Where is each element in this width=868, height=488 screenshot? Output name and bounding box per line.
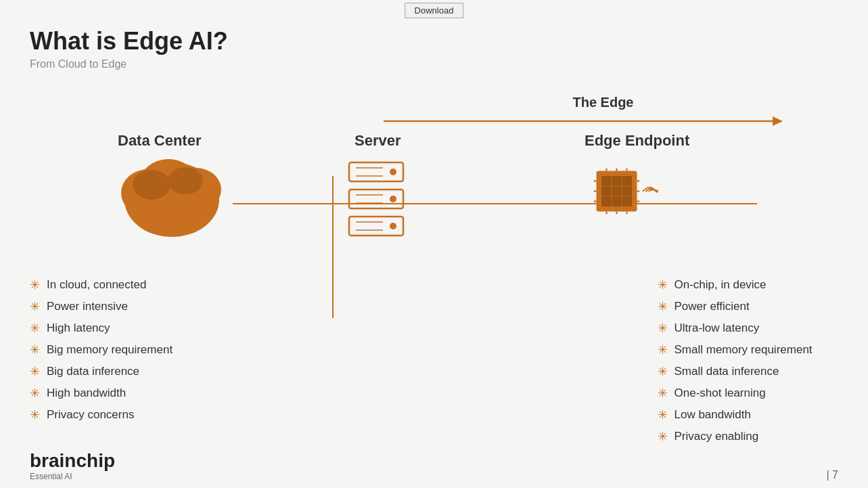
svg-point-40 [656, 190, 659, 193]
bullet-star: ✳ [30, 299, 40, 314]
list-item: ✳One-shot learning [658, 386, 839, 401]
list-item: ✳Privacy concerns [30, 407, 211, 422]
bullet-star: ✳ [658, 321, 668, 336]
footer: brainchip Essential AI | 7 [30, 450, 838, 481]
bullet-star: ✳ [658, 364, 668, 379]
edge-label-area: The Edge [327, 95, 838, 129]
list-item: ✳Small memory requirement [658, 342, 839, 357]
bullet-text: Ultra-low latency [675, 321, 760, 335]
bullet-text: On-chip, in device [675, 278, 767, 292]
svg-marker-1 [773, 116, 783, 126]
brand-tagline: Essential AI [30, 472, 115, 481]
bullet-text: High latency [47, 321, 110, 335]
bullet-star: ✳ [658, 342, 668, 357]
list-item: ✳Low bandwidth [658, 407, 839, 422]
bullet-text: Small data inference [675, 365, 779, 378]
icons-row [30, 152, 838, 261]
bullet-star: ✳ [658, 429, 668, 444]
list-item: ✳Privacy enabling [658, 429, 839, 444]
list-item: ✳Power intensive [30, 299, 211, 314]
bullet-text: Small memory requirement [675, 343, 813, 357]
svg-point-19 [390, 223, 396, 229]
edge-title: The Edge [572, 95, 633, 110]
bullet-text: Low bandwidth [675, 408, 751, 422]
svg-point-15 [390, 196, 396, 202]
brand-name: brainchip [30, 450, 115, 472]
list-item: ✳Ultra-low latency [658, 321, 839, 336]
bullet-text: Power intensive [47, 300, 128, 313]
edge-endpoint-label: Edge Endpoint [585, 132, 689, 150]
bullet-star: ✳ [30, 321, 40, 336]
bullet-text: Big data inference [47, 365, 139, 378]
svg-point-8 [133, 170, 170, 200]
chip-icon [591, 156, 672, 240]
server-label: Server [355, 132, 401, 150]
diagram: The Edge Data Center Server Edge Endpoin… [30, 95, 838, 434]
bullet-text: High bandwidth [47, 386, 126, 400]
main-title: What is Edge AI? [30, 27, 228, 56]
bullet-star: ✳ [30, 407, 40, 422]
bullet-star: ✳ [658, 278, 668, 292]
lists-container: ✳In cloud, connected✳Power intensive✳Hig… [30, 278, 838, 451]
list-item: ✳Small data inference [658, 364, 839, 379]
bullet-text: Privacy enabling [675, 430, 759, 443]
page-number: | 7 [827, 469, 839, 481]
list-item: ✳High bandwidth [30, 386, 211, 401]
bullet-star: ✳ [30, 386, 40, 401]
list-item: ✳Big memory requirement [30, 342, 211, 357]
brainchip-logo: brainchip Essential AI [30, 450, 115, 481]
bullet-star: ✳ [30, 278, 40, 292]
svg-point-9 [168, 167, 203, 194]
cloud-icon [118, 152, 226, 243]
bullet-star: ✳ [30, 364, 40, 379]
bullet-star: ✳ [30, 342, 40, 357]
list-item: ✳High latency [30, 321, 211, 336]
bullet-text: Privacy concerns [47, 408, 134, 422]
bullet-text: One-shot learning [675, 386, 766, 400]
connect-line [233, 203, 757, 204]
svg-rect-23 [601, 176, 632, 206]
subtitle: From Cloud to Edge [30, 58, 228, 70]
left-bullet-list: ✳In cloud, connected✳Power intensive✳Hig… [30, 278, 211, 451]
bullet-text: Power efficient [675, 300, 750, 313]
datacenter-label: Data Center [118, 132, 201, 150]
server-icon [342, 159, 417, 250]
title-area: What is Edge AI? From Cloud to Edge [30, 27, 228, 70]
list-item: ✳In cloud, connected [30, 278, 211, 292]
bullet-text: Big memory requirement [47, 343, 173, 357]
list-item: ✳On-chip, in device [658, 278, 839, 292]
list-item: ✳Big data inference [30, 364, 211, 379]
list-item: ✳Power efficient [658, 299, 839, 314]
bullet-text: In cloud, connected [47, 278, 146, 292]
download-button[interactable]: Download [405, 3, 464, 18]
bullet-star: ✳ [658, 299, 668, 314]
right-bullet-list: ✳On-chip, in device✳Power efficient✳Ultr… [211, 278, 839, 451]
svg-point-11 [390, 169, 396, 175]
edge-arrow [384, 113, 783, 129]
bullet-star: ✳ [658, 407, 668, 422]
bullet-star: ✳ [658, 386, 668, 401]
